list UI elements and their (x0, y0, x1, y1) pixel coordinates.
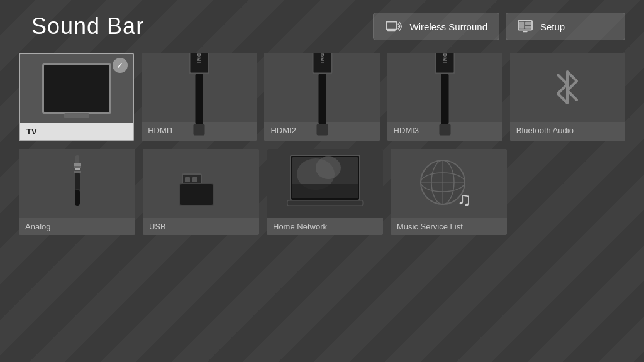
wireless-surround-label: Wireless Surround (410, 21, 487, 32)
hdmi1-cable-icon: HDMI (189, 53, 209, 136)
grid-item-hdmi3[interactable]: HDMI HDMI3 (387, 53, 502, 141)
bluetooth-image: ✘ (510, 53, 625, 122)
grid-item-hdmi1[interactable]: HDMI HDMI1 (142, 53, 257, 141)
svg-rect-0 (386, 22, 397, 30)
svg-rect-14 (74, 166, 80, 168)
grid-row-2: Analog USB (19, 149, 625, 235)
header-buttons: Wireless Surround Setup (373, 13, 625, 40)
svg-rect-6 (525, 26, 531, 29)
music-service-label: Music Service List (391, 218, 507, 235)
tv-label: TV (20, 123, 133, 140)
setup-icon (518, 19, 533, 33)
tv-image: ✓ (20, 54, 133, 123)
svg-rect-8 (75, 155, 79, 165)
svg-rect-24 (292, 184, 358, 198)
svg-point-2 (397, 26, 399, 28)
grid-item-hdmi2[interactable]: HDMI HDMI2 (264, 53, 379, 141)
wireless-surround-button[interactable]: Wireless Surround (373, 13, 499, 40)
svg-rect-25 (287, 200, 363, 206)
svg-rect-11 (75, 172, 80, 191)
hdmi3-image: HDMI (387, 53, 502, 122)
hdmi2-cable-icon: HDMI (312, 53, 332, 136)
bluetooth-label: Bluetooth Audio (510, 122, 625, 139)
setup-button[interactable]: Setup (506, 13, 625, 40)
grid-item-bluetooth[interactable]: ✘ Bluetooth Audio (510, 53, 625, 141)
grid-item-tv[interactable]: ✓ TV (19, 53, 134, 141)
hdmi2-image: HDMI (264, 53, 379, 122)
input-grid: ✓ TV HDMI HDMI1 (0, 47, 644, 248)
svg-rect-18 (185, 177, 190, 182)
page-title: Sound Bar (31, 13, 144, 40)
svg-rect-7 (523, 31, 527, 32)
tv-icon (42, 63, 111, 114)
usb-image (143, 149, 259, 218)
svg-rect-5 (525, 22, 531, 25)
svg-point-23 (316, 156, 341, 179)
analog-image (19, 149, 135, 218)
bluetooth-symbol (548, 65, 586, 109)
grid-item-music-service[interactable]: ♫ Music Service List (391, 149, 507, 235)
selected-checkmark: ✓ (113, 58, 128, 73)
header: Sound Bar Wireless Surround (0, 0, 644, 47)
analog-jack-icon (62, 152, 93, 215)
svg-rect-19 (192, 177, 197, 182)
hdmi3-cable-icon: HDMI (435, 53, 455, 136)
svg-rect-1 (387, 30, 396, 32)
wireless-icon (385, 19, 402, 33)
grid-item-home-network[interactable]: Home Network (267, 149, 383, 235)
grid-item-usb[interactable]: USB (143, 149, 259, 235)
svg-rect-13 (75, 190, 80, 206)
hdmi1-image: HDMI (142, 53, 257, 122)
svg-rect-15 (74, 171, 80, 173)
svg-text:♫: ♫ (457, 189, 472, 209)
music-globe-icon: ♫ (414, 152, 484, 215)
usb-label: USB (143, 218, 259, 235)
setup-label: Setup (540, 21, 565, 32)
home-network-label: Home Network (267, 218, 383, 235)
music-service-image: ♫ (391, 149, 507, 218)
grid-item-analog[interactable]: Analog (19, 149, 135, 235)
svg-rect-17 (179, 184, 214, 206)
svg-rect-9 (74, 163, 80, 166)
svg-rect-4 (519, 22, 524, 29)
svg-rect-10 (75, 168, 80, 170)
laptop-icon (284, 152, 366, 215)
grid-row-1: ✓ TV HDMI HDMI1 (19, 53, 625, 141)
home-network-image (267, 149, 383, 218)
analog-label: Analog (19, 218, 135, 235)
usb-icon (170, 155, 233, 212)
